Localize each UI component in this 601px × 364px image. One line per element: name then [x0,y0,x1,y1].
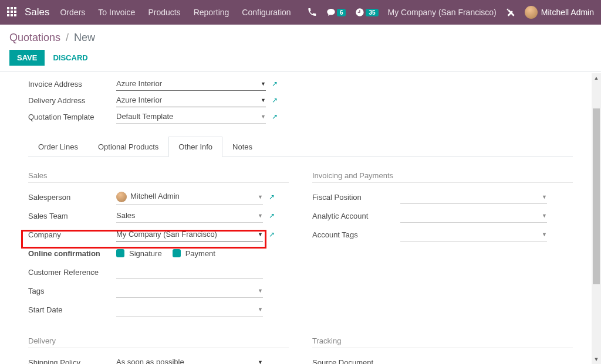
chevron-down-icon: ▼ [261,97,266,103]
form-scroll[interactable]: Invoice Address Azure Interior ▼ ↗ Deliv… [0,72,601,364]
field-fiscal-position[interactable]: ▼ [400,190,547,204]
label-source-document: Source Document [312,358,400,365]
row-source-document: Source Document [312,354,573,364]
save-button[interactable]: SAVE [9,50,45,66]
nav-to-invoice[interactable]: To Invoice [98,8,135,17]
scroll-up-icon[interactable]: ▲ [592,73,601,83]
external-link-icon[interactable]: ↗ [269,193,275,201]
row-analytic-account: Analytic Account ▼ [312,207,573,224]
field-account-tags[interactable]: ▼ [400,227,547,241]
row-company: Company My Company (San Francisco) ▼ ↗ [28,226,289,243]
breadcrumb: Quotations / New [9,32,592,44]
clock-icon[interactable]: 35 [355,8,378,17]
tabs: Order Lines Optional Products Other Info… [28,137,573,157]
field-source-document[interactable] [400,355,547,364]
row-delivery-address: Delivery Address Azure Interior ▼ ↗ [28,92,573,108]
avatar-icon [116,192,127,202]
check-label-signature: Signature [129,249,162,258]
app-brand[interactable]: Sales [25,6,50,18]
field-shipping-policy[interactable]: As soon as possible ▼ [116,355,263,364]
row-start-date: Start Date ▼ [28,301,289,318]
nav-orders[interactable]: Orders [60,8,86,17]
nav-reporting[interactable]: Reporting [194,8,229,17]
chevron-down-icon: ▼ [258,359,263,365]
row-online-confirmation: Online confirmation Signature Payment [28,245,289,261]
check-label-payment: Payment [185,249,215,258]
external-link-icon[interactable]: ↗ [272,113,278,121]
col-invoicing: Invoicing and Payments Fiscal Position ▼… [312,171,573,320]
tab-notes[interactable]: Notes [222,137,262,157]
chevron-down-icon: ▼ [258,288,263,294]
chevron-down-icon: ▼ [261,114,266,120]
external-link-icon[interactable]: ↗ [272,80,278,88]
label-company: Company [28,230,116,239]
field-salesperson[interactable]: Mitchell Admin ▼ [116,190,263,205]
phone-icon[interactable] [308,8,317,17]
label-sales-team: Sales Team [28,212,116,220]
row-shipping-policy: Shipping Policy As soon as possible ▼ [28,354,289,364]
section-tracking-title: Tracking [312,336,573,348]
field-tags[interactable]: ▼ [116,284,263,298]
field-invoice-address[interactable]: Azure Interior ▼ [116,77,266,91]
label-customer-reference: Customer Reference [28,268,116,277]
field-quotation-template[interactable]: Default Template ▼ [116,110,266,124]
chevron-down-icon: ▼ [542,232,547,237]
chevron-down-icon: ▼ [542,194,547,200]
nav-configuration[interactable]: Configuration [242,8,291,17]
chevron-down-icon: ▼ [258,232,263,237]
chat-badge: 6 [337,9,346,16]
scroll-down-icon[interactable]: ▼ [592,355,601,364]
row-customer-reference: Customer Reference [28,264,289,280]
chevron-down-icon: ▼ [542,213,547,219]
clock-badge: 35 [366,9,378,16]
nav-links: Orders To Invoice Products Reporting Con… [60,8,308,17]
scrollbar[interactable]: ▲ ▼ [592,73,601,364]
row-sales-team: Sales Team Sales ▼ ↗ [28,207,289,224]
field-sales-team[interactable]: Sales ▼ [116,209,263,223]
label-fiscal-position: Fiscal Position [312,193,400,202]
user-name: Mitchell Admin [541,8,594,17]
field-analytic-account[interactable]: ▼ [400,209,547,223]
breadcrumb-current: New [74,32,95,43]
subheader: Quotations / New SAVE DISCARD [0,25,601,66]
label-invoice-address: Invoice Address [28,80,116,89]
field-start-date[interactable]: ▼ [116,302,263,317]
row-invoice-address: Invoice Address Azure Interior ▼ ↗ [28,76,573,92]
col-delivery: Delivery Shipping Policy As soon as poss… [28,336,289,364]
label-delivery-address: Delivery Address [28,96,116,105]
form-columns: Sales Salesperson Mitchell Admin ▼ ↗ Sal… [28,171,573,320]
field-company[interactable]: My Company (San Francisco) ▼ [116,227,263,241]
col-tracking: Tracking Source Document Campaign ▼ [312,336,573,364]
checkbox-payment[interactable] [173,249,181,257]
scrollbar-thumb[interactable] [593,108,600,284]
nav-products[interactable]: Products [148,8,180,17]
section-sales-title: Sales [28,171,289,183]
chevron-down-icon: ▼ [258,307,263,312]
label-salesperson: Salesperson [28,193,116,202]
external-link-icon[interactable]: ↗ [272,96,278,104]
row-salesperson: Salesperson Mitchell Admin ▼ ↗ [28,189,289,205]
section-delivery-title: Delivery [28,336,289,348]
checkbox-signature[interactable] [116,249,124,257]
tab-optional-products[interactable]: Optional Products [88,137,168,157]
field-customer-reference[interactable] [116,265,263,279]
discard-button[interactable]: DISCARD [53,53,87,62]
tools-icon[interactable] [506,8,515,17]
top-navbar: Sales Orders To Invoice Products Reporti… [0,0,601,25]
apps-icon[interactable] [7,7,18,18]
label-quotation-template: Quotation Template [28,113,116,121]
row-quotation-template: Quotation Template Default Template ▼ ↗ [28,108,573,125]
external-link-icon[interactable]: ↗ [269,212,275,220]
chevron-down-icon: ▼ [258,194,263,200]
row-tags: Tags ▼ [28,283,289,299]
action-bar: SAVE DISCARD [9,50,592,66]
user-menu[interactable]: Mitchell Admin [525,6,594,19]
chevron-down-icon: ▼ [258,213,263,219]
company-switcher[interactable]: My Company (San Francisco) [388,8,497,17]
field-delivery-address[interactable]: Azure Interior ▼ [116,93,266,107]
chat-icon[interactable]: 6 [326,8,346,17]
tab-order-lines[interactable]: Order Lines [28,137,88,157]
breadcrumb-root[interactable]: Quotations [9,32,60,43]
external-link-icon[interactable]: ↗ [269,230,275,239]
tab-other-info[interactable]: Other Info [168,137,222,157]
